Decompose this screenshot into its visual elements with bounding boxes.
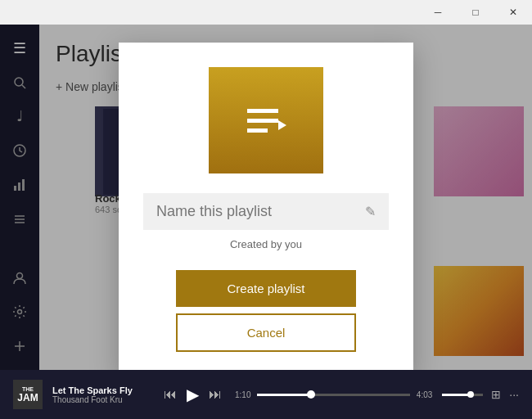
- track-name: Let The Sparks Fly: [52, 385, 151, 395]
- player-bar: THE JAM Let The Sparks Fly Thousand Foot…: [0, 370, 532, 419]
- track-artist: Thousand Foot Kru: [52, 395, 151, 404]
- progress-section: 1:10 4:03: [235, 390, 432, 399]
- svg-rect-15: [247, 128, 268, 133]
- progress-fill: [257, 394, 310, 396]
- edit-icon: ✎: [365, 204, 376, 219]
- screen-button[interactable]: ⊞: [491, 388, 501, 401]
- window-controls: ─ □ ✕: [419, 0, 532, 25]
- play-button[interactable]: ▶: [187, 385, 199, 404]
- time-current: 1:10: [235, 390, 250, 399]
- volume-bar[interactable]: [442, 394, 483, 396]
- player-extra-controls: ⊞ ···: [442, 388, 519, 401]
- create-playlist-button[interactable]: Create playlist: [176, 270, 356, 307]
- modal-overlay: ✎ Created by you Create playlist Cancel: [0, 0, 532, 419]
- playlist-name-input[interactable]: [156, 203, 365, 220]
- track-info: Let The Sparks Fly Thousand Foot Kru: [52, 385, 151, 404]
- modal-playlist-icon: [209, 67, 323, 173]
- maximize-button[interactable]: □: [457, 0, 494, 25]
- volume-fill: [442, 394, 471, 396]
- created-by-label: Created by you: [230, 238, 302, 250]
- close-button[interactable]: ✕: [494, 0, 532, 25]
- more-button[interactable]: ···: [509, 388, 519, 401]
- playlist-lines-icon: [246, 102, 286, 138]
- cancel-button[interactable]: Cancel: [176, 313, 356, 352]
- time-total: 4:03: [417, 390, 432, 399]
- progress-thumb: [307, 390, 315, 399]
- minimize-button[interactable]: ─: [419, 0, 457, 25]
- svg-marker-16: [278, 120, 286, 130]
- prev-button[interactable]: ⏮: [164, 387, 177, 402]
- progress-bar[interactable]: [257, 394, 409, 396]
- player-controls: ⏮ ▶ ⏭: [164, 385, 222, 404]
- player-logo: THE JAM: [13, 380, 43, 409]
- title-bar: ─ □ ✕: [0, 0, 532, 25]
- svg-rect-13: [247, 109, 278, 113]
- svg-rect-14: [247, 119, 278, 123]
- next-button[interactable]: ⏭: [209, 387, 222, 402]
- playlist-name-container[interactable]: ✎: [143, 193, 389, 230]
- volume-thumb: [467, 391, 474, 398]
- create-playlist-modal: ✎ Created by you Create playlist Cancel: [119, 43, 413, 376]
